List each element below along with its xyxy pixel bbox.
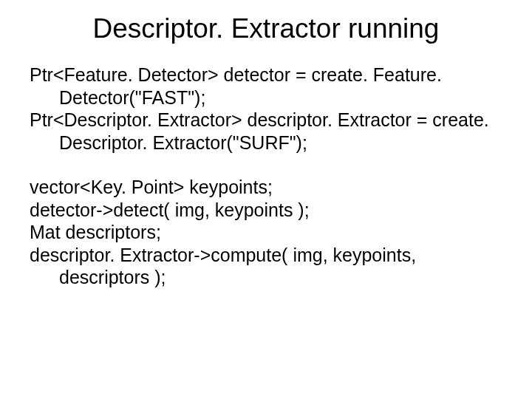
slide-title: Descriptor. Extractor running — [30, 13, 502, 44]
code-line: detector->detect( img, keypoints ); — [30, 199, 502, 222]
code-line: Mat descriptors; — [30, 221, 502, 244]
code-line: Ptr<Feature. Detector> detector = create… — [30, 64, 502, 109]
blank-line — [30, 154, 502, 176]
code-line: vector<Key. Point> keypoints; — [30, 176, 502, 199]
slide: Descriptor. Extractor running Ptr<Featur… — [0, 0, 532, 399]
code-line: descriptor. Extractor->compute( img, key… — [30, 244, 502, 289]
code-line: Ptr<Descriptor. Extractor> descriptor. E… — [30, 109, 502, 154]
code-block: Ptr<Feature. Detector> detector = create… — [30, 64, 502, 289]
